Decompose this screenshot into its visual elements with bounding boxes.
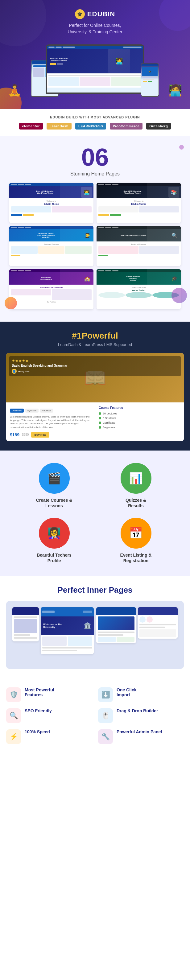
feature-students: 5 Students	[99, 417, 180, 420]
plugin-learndash: LearnDash	[46, 123, 72, 129]
demo-btn-yellow-2	[98, 214, 109, 216]
logo-area: 🎓 EDUBIN	[6, 9, 184, 19]
pf-one-click-import: ⬇️ One ClickImport	[98, 687, 184, 702]
pf-most-powerful: 🛡️ Most PowerfulFeatures	[6, 687, 92, 702]
sc-line-short	[14, 634, 30, 636]
demo-card-5-header: Welcome tothe University 🏫	[9, 269, 93, 285]
demo-btn-yellow-1	[23, 214, 34, 216]
showcase-card-teacher	[138, 607, 178, 639]
pf-title-speed: 100% Speed	[25, 729, 50, 734]
showcase-left-group: Welcome to TheUniversity 🏛️	[12, 607, 94, 663]
feature-teachers: 👩‍🏫 Beautful TechersProfile	[18, 518, 90, 563]
feature-dot-students	[99, 417, 101, 419]
demo-btn-green-2	[110, 214, 121, 216]
course-description: Just started learning English and you wa…	[10, 415, 91, 429]
pf-icon-drag: 🖱️	[98, 708, 113, 723]
deco-purple-circle	[171, 288, 187, 303]
course-right-panel: Course Features 20 Lectures 5 Students C…	[95, 402, 184, 441]
feature-dot-certificate	[99, 422, 101, 424]
sc-line	[14, 616, 37, 618]
showcase-right-group	[96, 607, 178, 663]
inner-pages-showcase: Welcome to TheUniversity 🏛️	[6, 601, 184, 669]
pf-title-drag: Drag & Drop Builder	[117, 708, 158, 713]
create-courses-icon: 🎬	[39, 463, 70, 494]
pf-speed: ⚡ 100% Speed	[6, 729, 92, 744]
course-tabs: Overview Syllabus Reviews	[10, 409, 91, 413]
stunning-section: 06 Stunning Home Pages Best LMS Educatio…	[0, 136, 190, 321]
inner-pages-title: Perfect Inner Pages	[6, 585, 184, 595]
feature-certificate: Certificate	[99, 421, 180, 424]
quizzes-label: Quizzes &Results	[126, 497, 146, 509]
events-label: Event Listing &Registration	[120, 552, 152, 563]
deco-orange-circle	[5, 297, 17, 309]
powerful-features-section: 🛡️ Most PowerfulFeatures ⬇️ One ClickImp…	[0, 678, 190, 753]
pf-icon-seo: 🔍	[6, 708, 21, 723]
pf-icon-admin: 🔧	[98, 729, 113, 744]
features-icons-section: 🎬 Create Courses &Lessons 📊 Quizzes &Res…	[0, 450, 190, 576]
demo-card-2-header: Best LMS EducationWordPress Theme 📚	[97, 183, 181, 198]
sc-line-6	[98, 634, 123, 636]
feature-quizzes: 📊 Quizzes &Results	[100, 463, 172, 509]
feature-dot-level	[99, 426, 101, 429]
demo-card-1: Best LMS EducationWordPress Theme 👩‍💻 We…	[9, 183, 93, 223]
pf-title-powerful: Most PowerfulFeatures	[25, 687, 54, 697]
demo-card-5-body: Welcome to the University Our Facilities	[9, 285, 93, 305]
feature-lectures: 20 Lectures	[99, 412, 180, 415]
feature-events: 📅 Event Listing &Registration	[100, 518, 172, 563]
events-icon: 📅	[121, 518, 152, 549]
demo-card-4-body: Featured Courses	[97, 242, 181, 258]
price-row: $189 $250 Buy Now	[10, 432, 91, 438]
course-card-inner: Overview Syllabus Reviews Just started l…	[6, 402, 184, 441]
create-courses-label: Create Courses &Lessons	[36, 497, 72, 509]
plugin-gutenberg: Gutenberg	[146, 123, 171, 129]
phone-mockup: 🎓	[141, 63, 159, 97]
demo-grid-row1: Best LMS EducationWordPress Theme 👩‍💻 We…	[6, 183, 184, 223]
demo-card-6-header: Build EducationInspiringFuture 🎓	[97, 269, 181, 285]
sc-line-7	[139, 624, 176, 625]
header-tagline: Perfect for Online Courses,University, &…	[6, 22, 184, 35]
pf-grid: 🛡️ Most PowerfulFeatures ⬇️ One ClickImp…	[6, 687, 184, 744]
pf-title-seo: SEO Friendly	[25, 708, 52, 713]
pf-admin: 🔧 Powerful Admin Panel	[98, 729, 184, 744]
logo-icon: 🎓	[75, 9, 85, 19]
pf-text-import: One ClickImport	[117, 687, 137, 698]
inner-pages-section: Perfect Inner Pages	[0, 576, 190, 678]
quizzes-icon: 📊	[121, 463, 152, 494]
one-click-import-icon: ⬇️	[102, 691, 110, 699]
pf-icon-import: ⬇️	[98, 687, 113, 702]
demo-card-2: Best LMS EducationWordPress Theme 📚 Welc…	[97, 183, 181, 223]
demo-card-6-body: Global Education Meet our Teachers	[97, 285, 181, 300]
sc-line-2	[14, 637, 37, 639]
demo-card-1-body: Welcome to Edubin Theme	[9, 198, 93, 218]
plugin-woocommerce: WooCommerce	[110, 123, 142, 129]
tab-reviews[interactable]: Reviews	[40, 409, 53, 413]
tab-syllabus[interactable]: Syllabus	[25, 409, 38, 413]
showcase-card-about: Welcome to TheUniversity 🏛️	[41, 607, 94, 654]
demo-grid-row2: More than 1,000+Courses to developyour s…	[6, 226, 184, 266]
demo-card-3-header: More than 1,000+Courses to developyour s…	[9, 226, 93, 242]
plugin-elementor: elementor	[19, 123, 43, 129]
powerful-section: #1Powerful LearnDash & LearnPress LMS Su…	[0, 321, 190, 450]
showcase-card-course	[96, 607, 136, 643]
course-features-title: Course Features	[99, 406, 180, 409]
powerful-features-icon: 🛡️	[10, 691, 18, 699]
decoration-right: 🧑‍💻	[168, 84, 182, 97]
demo-card-5: Welcome tothe University 🏫 Welcome to th…	[9, 269, 93, 309]
pf-text-powerful: Most PowerfulFeatures	[25, 687, 54, 698]
demo-card-3-body: Featured Courses	[9, 242, 93, 258]
features-grid: 🎬 Create Courses &Lessons 📊 Quizzes &Res…	[18, 463, 172, 564]
tab-overview[interactable]: Overview	[10, 409, 24, 413]
demo-card-3: More than 1,000+Courses to developyour s…	[9, 226, 93, 266]
plugin-logos: elementor LearnDash LEARNPRESS WooCommer…	[6, 123, 184, 129]
sc-img-2	[98, 616, 134, 630]
demo-card-4: Search for Featured Courses 🔍 Featured C…	[97, 226, 181, 266]
powerful-title: #1Powerful	[6, 331, 184, 341]
feature-level: Beginners	[99, 426, 180, 429]
plugin-section-title: EDUBIN BUILD WITH MOST ADVANCED PLUGIN	[6, 115, 184, 119]
pf-text-speed: 100% Speed	[25, 729, 50, 735]
buy-now-button[interactable]: Buy Now	[31, 432, 49, 438]
teachers-label: Beautful TechersProfile	[37, 552, 72, 563]
course-teacher: Harry Allen	[18, 370, 30, 373]
deco-purple-dot	[179, 145, 184, 150]
pf-text-seo: SEO Friendly	[25, 708, 52, 714]
